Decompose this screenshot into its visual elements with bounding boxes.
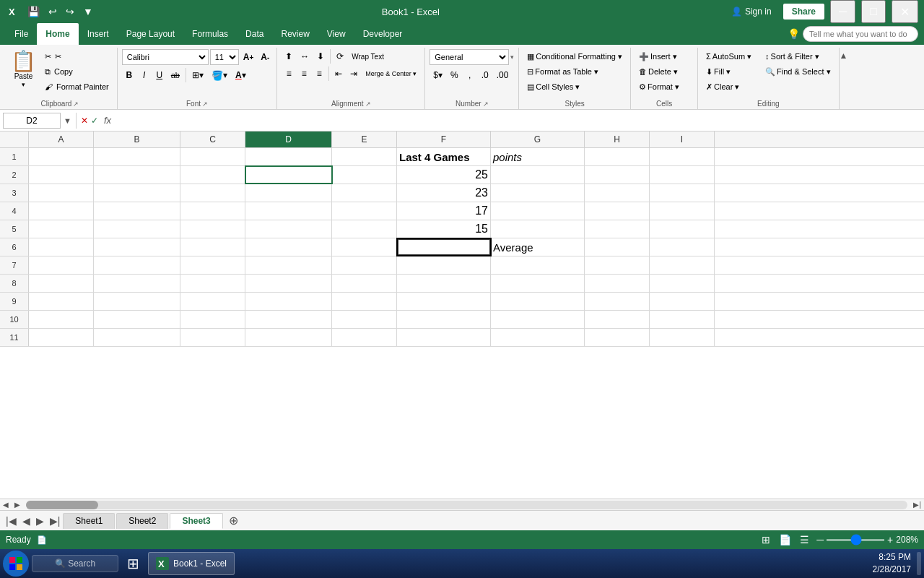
col-header-h[interactable]: H — [585, 131, 650, 147]
conditional-formatting-button[interactable]: ▦ Conditional Formatting ▾ — [523, 49, 626, 64]
share-button[interactable]: Share — [783, 4, 824, 20]
redo-button[interactable]: ↪ — [63, 4, 77, 19]
cell-f10[interactable] — [397, 311, 491, 328]
cell-a10[interactable] — [29, 311, 94, 328]
cell-d11[interactable] — [245, 329, 332, 346]
taskbar-app-excel[interactable]: X Book1 - Excel — [148, 552, 235, 575]
number-format-select[interactable]: General — [430, 49, 509, 65]
align-top-button[interactable]: ⬆ — [282, 49, 296, 64]
cell-c2[interactable] — [180, 166, 245, 184]
underline-button[interactable]: U — [152, 68, 167, 82]
cell-h5[interactable] — [585, 220, 650, 238]
minimize-button[interactable]: ─ — [830, 0, 855, 23]
cell-c8[interactable] — [180, 275, 245, 292]
page-layout-view-button[interactable]: 📄 — [777, 532, 793, 547]
clipboard-expand-icon[interactable]: ↗ — [73, 100, 79, 108]
page-break-view-button[interactable]: ☰ — [798, 532, 811, 547]
cell-h11[interactable] — [585, 329, 650, 346]
cell-h6[interactable] — [585, 238, 650, 256]
scroll-left-button[interactable]: ◀ — [0, 501, 12, 509]
find-select-button[interactable]: 🔍 Find & Select ▾ — [762, 64, 834, 79]
cell-f11[interactable] — [397, 329, 491, 346]
copy-button[interactable]: ⧉ Copy — [41, 64, 113, 79]
tab-home[interactable]: Home — [37, 23, 78, 45]
strikethrough-button[interactable]: ab — [167, 68, 183, 82]
wrap-text-button[interactable]: Wrap Text — [348, 49, 388, 64]
close-button[interactable]: ✕ — [892, 0, 918, 23]
cell-b4[interactable] — [94, 202, 180, 220]
formula-input[interactable] — [117, 113, 921, 129]
row-num-9[interactable]: 9 — [0, 293, 29, 310]
cell-d4[interactable] — [245, 202, 332, 220]
decrease-font-button[interactable]: A- — [258, 49, 272, 65]
text-angle-button[interactable]: ⟳ — [333, 49, 347, 64]
cell-f2[interactable]: 25 — [397, 166, 491, 184]
save-button[interactable]: 💾 — [25, 4, 43, 19]
cell-c10[interactable] — [180, 311, 245, 328]
scroll-end-button[interactable]: ▶| — [910, 501, 924, 509]
cell-g4[interactable] — [491, 202, 585, 220]
zoom-slider[interactable] — [827, 539, 884, 541]
cell-c1[interactable] — [180, 148, 245, 165]
col-header-g[interactable]: G — [491, 131, 585, 147]
cell-c4[interactable] — [180, 202, 245, 220]
cell-c11[interactable] — [180, 329, 245, 346]
cell-e2[interactable] — [332, 166, 397, 184]
col-header-a[interactable]: A — [29, 131, 94, 147]
cell-a3[interactable] — [29, 184, 94, 202]
cell-d9[interactable] — [245, 293, 332, 310]
cell-i5[interactable] — [650, 220, 715, 238]
row-num-2[interactable]: 2 — [0, 166, 29, 184]
align-middle-button[interactable]: ↔ — [297, 49, 313, 64]
font-color-button[interactable]: A▾ — [232, 68, 250, 82]
cell-d6[interactable] — [245, 238, 332, 256]
col-header-b[interactable]: B — [94, 131, 180, 147]
row-num-7[interactable]: 7 — [0, 256, 29, 274]
cell-e10[interactable] — [332, 311, 397, 328]
cell-i4[interactable] — [650, 202, 715, 220]
border-button[interactable]: ⊞▾ — [188, 68, 207, 82]
add-sheet-button[interactable]: ⊕ — [225, 512, 243, 529]
cell-a1[interactable] — [29, 148, 94, 165]
decrease-decimal-button[interactable]: .0 — [478, 68, 492, 82]
paste-button[interactable]: 📋 Paste ▾ — [7, 49, 40, 90]
cell-e5[interactable] — [332, 220, 397, 238]
sheet-nav-first[interactable]: |◀ — [3, 514, 19, 528]
zoom-in-button[interactable]: + — [887, 534, 893, 545]
cell-f3[interactable]: 23 — [397, 184, 491, 202]
sign-in-button[interactable]: 👤 Sign in — [725, 5, 777, 18]
maximize-button[interactable]: □ — [861, 0, 886, 23]
format-cells-button[interactable]: ⚙ Format ▾ — [635, 79, 693, 94]
cell-g3[interactable] — [491, 184, 585, 202]
cell-h3[interactable] — [585, 184, 650, 202]
col-header-c[interactable]: C — [180, 131, 245, 147]
cell-a4[interactable] — [29, 202, 94, 220]
cell-h7[interactable] — [585, 256, 650, 274]
cell-b11[interactable] — [94, 329, 180, 346]
cell-i2[interactable] — [650, 166, 715, 184]
cell-a6[interactable] — [29, 238, 94, 256]
cell-f1[interactable]: Last 4 Games — [397, 148, 491, 165]
tell-me-input[interactable] — [803, 26, 918, 42]
cell-g9[interactable] — [491, 293, 585, 310]
cell-g1[interactable]: points — [491, 148, 585, 165]
insert-cells-button[interactable]: ➕ Insert ▾ — [635, 49, 693, 64]
row-num-11[interactable]: 11 — [0, 329, 29, 346]
row-num-8[interactable]: 8 — [0, 275, 29, 292]
cell-i10[interactable] — [650, 311, 715, 328]
name-box-dropdown[interactable]: ▼ — [64, 116, 71, 125]
col-header-f[interactable]: F — [397, 131, 491, 147]
cell-i8[interactable] — [650, 275, 715, 292]
cell-d7[interactable] — [245, 256, 332, 274]
cell-i11[interactable] — [650, 329, 715, 346]
cell-f5[interactable]: 15 — [397, 220, 491, 238]
cell-e3[interactable] — [332, 184, 397, 202]
cell-b5[interactable] — [94, 220, 180, 238]
cell-h9[interactable] — [585, 293, 650, 310]
clear-button[interactable]: ✗ Clear ▾ — [702, 79, 760, 94]
cell-d3[interactable] — [245, 184, 332, 202]
row-num-5[interactable]: 5 — [0, 220, 29, 238]
fill-button[interactable]: ⬇ Fill ▾ — [702, 64, 760, 79]
comma-format-button[interactable]: , — [463, 68, 477, 82]
row-num-1[interactable]: 1 — [0, 148, 29, 165]
